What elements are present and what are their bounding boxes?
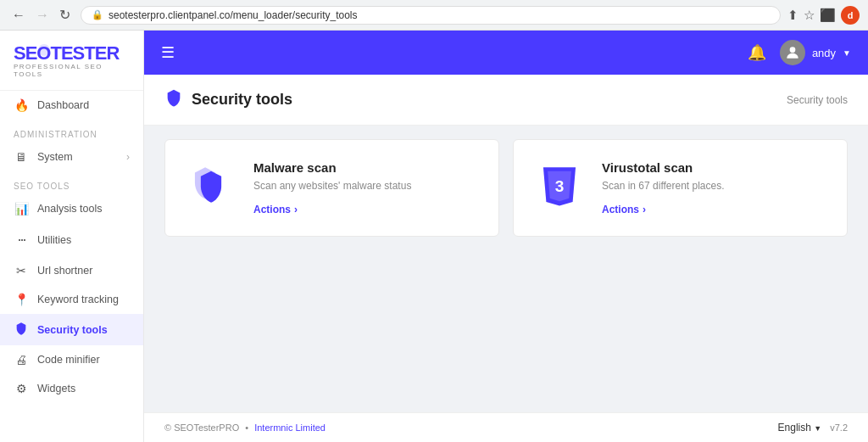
page-title: Security tools <box>192 91 292 109</box>
footer-left: © SEOTesterPRO • Intermnic Limited <box>164 422 326 433</box>
reload-button[interactable]: ↻ <box>56 5 74 25</box>
copyright-text: © SEOTesterPRO <box>164 422 239 433</box>
version-text: v7.2 <box>830 422 848 433</box>
svg-point-0 <box>790 47 796 53</box>
page-title-icon <box>164 88 183 111</box>
forward-button[interactable]: → <box>32 5 53 25</box>
virustotal-scan-title: Virustotal scan <box>602 160 826 175</box>
chevron-right-icon: › <box>643 204 646 215</box>
page-footer: © SEOTesterPRO • Intermnic Limited Engli… <box>144 412 868 442</box>
sidebar-item-label: Url shortner <box>37 265 130 277</box>
utilities-icon: ··· <box>14 231 29 249</box>
hamburger-icon[interactable]: ☰ <box>161 43 175 62</box>
user-name: andy <box>812 47 836 59</box>
browser-actions: ⬆ ☆ ⬛ d <box>787 6 860 25</box>
analysis-icon: 📊 <box>14 202 29 215</box>
virustotal-scan-icon: 3 <box>534 160 585 211</box>
sidebar-item-label: Dashboard <box>37 99 130 111</box>
sidebar-item-dashboard[interactable]: 🔥 Dashboard <box>0 91 143 120</box>
virustotal-scan-action[interactable]: Actions › <box>602 204 826 215</box>
back-button[interactable]: ← <box>8 5 29 25</box>
virustotal-scan-desc: Scan in 67 different places. <box>602 180 826 192</box>
sidebar-item-code-minifier[interactable]: 🖨 Code minifier <box>0 345 143 374</box>
system-icon: 🖥 <box>14 150 29 164</box>
malware-scan-card: Malware scan Scan any websites' malware … <box>164 139 499 237</box>
footer-right: English ▼ v7.2 <box>778 422 848 434</box>
main-area: ☰ 🔔 andy ▼ <box>144 31 868 442</box>
security-icon <box>14 322 29 338</box>
sidebar-item-security-tools[interactable]: Security tools <box>0 314 143 345</box>
url-shortner-icon: ✂ <box>14 264 29 277</box>
app-wrapper: SEOTESTER PROFESSIONAL SEO TOOLS 🔥 Dashb… <box>0 31 868 442</box>
malware-scan-action[interactable]: Actions › <box>253 204 478 215</box>
user-avatar <box>780 40 805 65</box>
cards-container: Malware scan Scan any websites' malware … <box>144 139 868 257</box>
sidebar-item-label: Utilities <box>37 234 130 246</box>
logo-brand: SEOTESTER <box>14 42 130 64</box>
extensions-button[interactable]: ⬛ <box>820 8 836 23</box>
header-left: ☰ <box>161 43 175 62</box>
dashboard-icon: 🔥 <box>14 98 29 112</box>
language-selector[interactable]: English ▼ <box>778 422 822 434</box>
chevron-right-icon: › <box>294 204 298 215</box>
address-bar[interactable]: 🔒 seotesterpro.clientpanel.co/menu_loade… <box>81 6 781 25</box>
sidebar-item-system[interactable]: 🖥 System › <box>0 143 143 171</box>
browser-nav: ← → ↻ <box>8 5 74 25</box>
page-title-bar: Security tools Security tools <box>144 75 868 126</box>
breadcrumb: Security tools <box>787 94 848 106</box>
chevron-right-icon: › <box>126 151 130 163</box>
footer-separator: • <box>245 422 248 433</box>
sidebar-item-analysis-tools[interactable]: 📊 Analysis tools <box>0 194 143 223</box>
url-text: seotesterpro.clientpanel.co/menu_loader/… <box>108 9 358 21</box>
seo-tools-section-label: SEO TOOLS <box>0 171 143 194</box>
page-content: Security tools Security tools <box>144 75 868 412</box>
user-menu[interactable]: andy ▼ <box>780 40 851 65</box>
svg-text:3: 3 <box>555 177 565 195</box>
bookmark-button[interactable]: ☆ <box>804 8 815 23</box>
share-button[interactable]: ⬆ <box>787 8 798 23</box>
bell-icon[interactable]: 🔔 <box>748 43 766 62</box>
malware-scan-body: Malware scan Scan any websites' malware … <box>253 160 478 215</box>
browser-user-avatar[interactable]: d <box>841 6 860 25</box>
footer-link[interactable]: Intermnic Limited <box>254 422 326 433</box>
browser-chrome: ← → ↻ 🔒 seotesterpro.clientpanel.co/menu… <box>0 0 868 31</box>
sidebar-item-utilities[interactable]: ··· Utilities <box>0 223 143 256</box>
page-title-content: Security tools <box>164 88 292 111</box>
code-minifier-icon: 🖨 <box>14 353 29 366</box>
sidebar-logo: SEOTESTER PROFESSIONAL SEO TOOLS <box>0 31 143 91</box>
malware-scan-title: Malware scan <box>253 160 478 175</box>
sidebar-item-url-shortner[interactable]: ✂ Url shortner <box>0 256 143 285</box>
header-right: 🔔 andy ▼ <box>748 40 851 65</box>
top-header: ☰ 🔔 andy ▼ <box>144 31 868 75</box>
widgets-icon: ⚙ <box>14 382 29 395</box>
sidebar-item-label: Keyword tracking <box>37 294 130 305</box>
virustotal-scan-card: 3 Virustotal scan Scan in 67 different p… <box>513 139 848 237</box>
virustotal-scan-body: Virustotal scan Scan in 67 different pla… <box>602 160 826 215</box>
sidebar-item-label: Security tools <box>37 324 130 336</box>
lock-icon: 🔒 <box>92 9 103 20</box>
sidebar-item-label: Code minifier <box>37 354 130 366</box>
logo-subtitle: PROFESSIONAL SEO TOOLS <box>14 63 130 78</box>
admin-section-label: ADMINISTRATION <box>0 120 143 143</box>
malware-scan-desc: Scan any websites' malware status <box>253 180 478 192</box>
sidebar: SEOTESTER PROFESSIONAL SEO TOOLS 🔥 Dashb… <box>0 31 144 442</box>
sidebar-item-label: System <box>37 151 118 163</box>
sidebar-item-label: Analysis tools <box>37 203 130 215</box>
dropdown-icon: ▼ <box>814 424 821 433</box>
sidebar-item-label: Widgets <box>37 383 130 394</box>
keyword-icon: 📍 <box>14 293 29 306</box>
malware-scan-icon <box>186 160 236 211</box>
user-dropdown-icon: ▼ <box>843 48 851 58</box>
sidebar-item-keyword-tracking[interactable]: 📍 Keyword tracking <box>0 285 143 314</box>
sidebar-item-widgets[interactable]: ⚙ Widgets <box>0 374 143 403</box>
